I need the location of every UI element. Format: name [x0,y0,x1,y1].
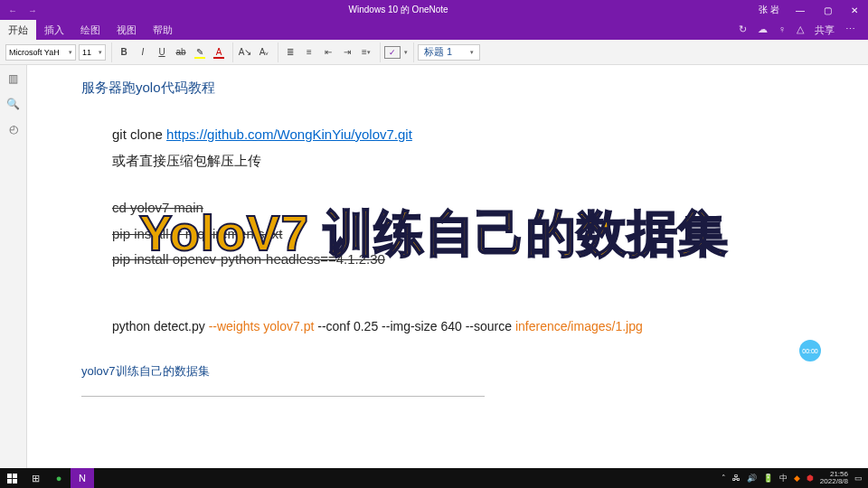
nav-forward-button[interactable]: → [24,3,42,17]
numbering-button[interactable]: ≡ [301,44,317,61]
divider [81,396,485,397]
tray-ime[interactable]: 中 [779,473,788,484]
bulb-icon[interactable]: ♀ [778,23,786,37]
bullets-button[interactable]: ≣ [282,44,298,61]
onenote-taskbar-icon[interactable]: N [71,468,94,488]
user-name[interactable]: 张 岩 [751,4,787,16]
bold-button[interactable]: B [116,44,132,61]
highlight-button[interactable]: ✎ [192,44,208,61]
notifications-icon[interactable]: ▭ [854,474,863,483]
text-line[interactable]: 或者直接压缩包解压上传 [81,148,814,174]
clearformat-button[interactable]: A↘ [237,44,253,61]
page-canvas[interactable]: 服务器跑yolo代码教程 git clone https://github.co… [27,65,868,468]
ribbon-toolbar: Microsoft YaH▾ 11▾ B I U ab ✎ A A↘ Aᵥ ≣ … [0,40,868,65]
start-button[interactable] [0,474,24,483]
close-button[interactable]: ✕ [841,0,868,20]
recent-icon[interactable]: ◴ [9,123,18,136]
text-line[interactable]: pip install -r requirements.txt [81,221,814,248]
tray-shield-icon[interactable]: ⬢ [807,474,814,483]
share-button[interactable]: 共享 [815,23,835,37]
ribbon-tabs: 开始 插入 绘图 视图 帮助 ↻ ☁ ♀ △ 共享 ⋯ [0,20,868,40]
sync-icon[interactable]: ↻ [739,23,747,37]
tray-app-icon[interactable]: ◆ [794,474,800,483]
formatpainter-button[interactable]: Aᵥ [256,44,272,61]
fontcolor-button[interactable]: A [211,44,227,61]
wechat-icon[interactable]: ● [47,468,71,488]
bell-icon[interactable]: △ [797,23,804,37]
window-title: Windows 10 的 OneNote [45,4,751,16]
underline-button[interactable]: U [154,44,170,61]
maximize-button[interactable]: ▢ [814,0,841,20]
align-button[interactable]: ≡▾ [358,44,374,61]
search-icon[interactable]: 🔍 [6,98,20,110]
taskview-icon[interactable]: ⊞ [24,468,47,488]
window-titlebar: ← → Windows 10 的 OneNote 张 岩 — ▢ ✕ [0,0,868,20]
more-icon[interactable]: ⋯ [845,23,855,37]
notebooks-icon[interactable]: ▥ [8,72,18,85]
windows-taskbar: ⊞ ● N ˄ 🖧 🔊 🔋 中 ◆ ⬢ 21:562022/8/8 ▭ [0,468,868,488]
text-line[interactable]: git clone https://github.com/WongKinYiu/… [81,122,814,148]
text-line[interactable]: pip install opencv-python-headless==4.1.… [81,247,814,273]
left-rail: ▥ 🔍 ◴ [0,65,27,468]
font-size-select[interactable]: 11▾ [79,44,106,61]
cloud-icon[interactable]: ☁ [758,23,768,37]
minimize-button[interactable]: — [787,0,814,20]
tab-draw[interactable]: 绘图 [72,20,108,40]
section-heading[interactable]: yolov7训练自己的数据集 [81,363,814,380]
style-select[interactable]: 标题 1▾ [418,44,480,61]
taskbar-clock[interactable]: 21:562022/8/8 [820,471,848,485]
tab-insert[interactable]: 插入 [36,20,72,40]
indent-button[interactable]: ⇥ [339,44,355,61]
strike-button[interactable]: ab [173,44,189,61]
tab-home[interactable]: 开始 [0,20,36,40]
tray-network-icon[interactable]: 🖧 [732,474,741,483]
tray-volume-icon[interactable]: 🔊 [747,474,757,483]
tray-battery-icon[interactable]: 🔋 [763,474,773,483]
tab-help[interactable]: 帮助 [145,20,181,40]
italic-button[interactable]: I [135,44,151,61]
tab-view[interactable]: 视图 [108,20,145,40]
nav-back-button[interactable]: ← [4,3,22,17]
tray-up-icon[interactable]: ˄ [722,474,726,483]
timestamp-bubble: 00:00 [799,340,821,361]
page-title[interactable]: 服务器跑yolo代码教程 [81,80,814,97]
repo-link[interactable]: https://github.com/WongKinYiu/yolov7.git [166,127,412,142]
font-name-select[interactable]: Microsoft YaH▾ [5,44,76,61]
text-line[interactable]: cd yolov7-main [81,195,814,221]
text-line[interactable]: python detect.py --weights yolov7.pt --c… [81,314,814,339]
outdent-button[interactable]: ⇤ [320,44,336,61]
todo-checkbox-button[interactable]: ✓ [384,46,401,59]
